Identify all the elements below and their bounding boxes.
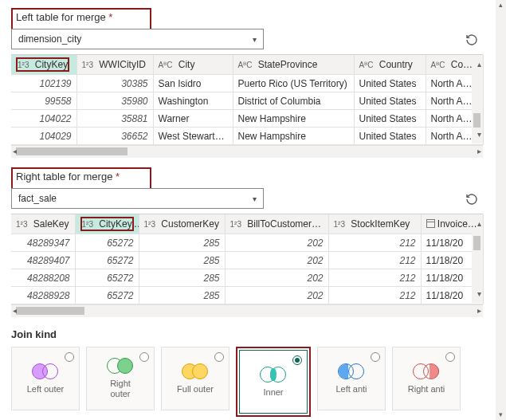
table-row[interactable]: 482889286527228520221211/18/20 [11, 287, 483, 304]
join-label: Left anti [335, 384, 367, 394]
right-table-select[interactable]: fact_sale ▾ [11, 188, 264, 209]
join-left-outer[interactable]: Left outer [11, 347, 80, 410]
table-row[interactable]: 482894076527228520221211/18/20 [11, 252, 483, 269]
table-row[interactable]: 482893476527228520221211/18/20 [11, 234, 483, 252]
join-label: Inner [263, 387, 283, 398]
venn-icon [182, 363, 209, 379]
left-table-label: Left table for merge * [16, 11, 147, 23]
radio-icon [292, 355, 302, 365]
column-header[interactable]: 1²3 BillToCustomerKey [225, 214, 328, 234]
venn-icon [32, 363, 59, 379]
venn-icon [260, 367, 287, 383]
column-header[interactable]: 1²3 SaleKey [11, 214, 75, 234]
radio-icon [371, 352, 380, 362]
column-header[interactable]: AᴮC City [153, 55, 233, 75]
venn-icon [107, 358, 134, 374]
right-table[interactable]: 1²3 SaleKey1²3 CityKey1²3 CustomerKey1²3… [11, 214, 483, 317]
column-header[interactable]: 1²3 CustomerKey [139, 214, 225, 234]
column-header[interactable]: AᴮC Country [354, 55, 426, 75]
join-label: Full outer [177, 384, 214, 394]
left-table-selected: dimension_city [18, 33, 81, 45]
join-inner[interactable]: Inner [239, 350, 308, 414]
table-row[interactable]: 10213930385San IsidroPuerto Rico (US Ter… [11, 75, 483, 92]
column-header[interactable]: AᴮC Continent [426, 55, 483, 75]
join-left-anti[interactable]: Left anti [317, 347, 386, 410]
join-label: Right anti [408, 384, 445, 394]
radio-icon [139, 352, 149, 362]
column-header[interactable]: 1²3 CityKey [11, 55, 76, 75]
column-header[interactable]: 1²3 WWICityID [76, 55, 153, 75]
table-row[interactable]: 10402235881WarnerNew HampshireUnited Sta… [11, 110, 483, 128]
radio-icon [445, 352, 455, 362]
join-label: Left outer [27, 384, 64, 394]
table-row[interactable]: 10402936652West StewartstownNew Hampshir… [11, 128, 483, 145]
venn-icon [338, 363, 365, 379]
chevron-down-icon: ▾ [253, 194, 257, 203]
refresh-right-icon[interactable] [464, 191, 480, 207]
column-header[interactable]: 1²3 StockItemKey [328, 214, 421, 234]
venn-icon [413, 363, 440, 379]
chevron-down-icon: ▾ [253, 35, 257, 44]
dialog-scrollbar[interactable]: ▴ ▾ [496, 0, 506, 420]
table-row[interactable]: 482882086527228520221211/18/20 [11, 269, 483, 287]
left-table-select[interactable]: dimension_city ▾ [11, 29, 264, 49]
refresh-left-icon[interactable] [464, 32, 480, 48]
right-table-label: Right table for merge * [16, 171, 147, 183]
right-table-selected: fact_sale [18, 193, 57, 204]
join-kind-label: Join kind [11, 328, 483, 340]
column-header[interactable]: InvoiceDa [421, 214, 483, 234]
radio-icon [65, 352, 74, 362]
column-header[interactable]: AᴮC StateProvince [233, 55, 354, 75]
radio-icon [214, 352, 224, 362]
table-row[interactable]: 9955835980WashingtonDistrict of Columbia… [11, 92, 483, 110]
column-header[interactable]: 1²3 CityKey [75, 214, 139, 234]
left-table[interactable]: 1²3 CityKey1²3 WWICityIDAᴮC CityAᴮC Stat… [11, 54, 483, 158]
join-label: Rightouter [110, 379, 131, 398]
join-full-outer[interactable]: Full outer [161, 347, 229, 410]
join-right-anti[interactable]: Right anti [392, 347, 461, 410]
join-right-outer[interactable]: Rightouter [86, 347, 155, 410]
